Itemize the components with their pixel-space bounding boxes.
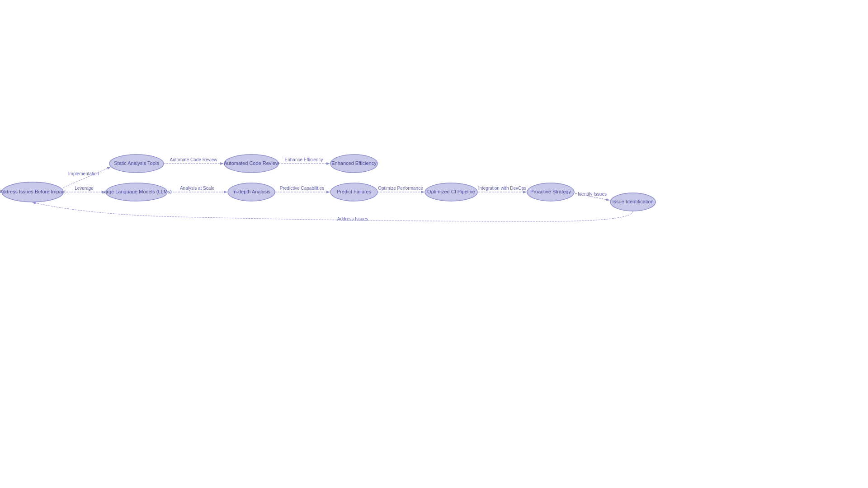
node-static-analysis-label: Static Analysis Tools xyxy=(114,160,159,166)
node-main-label: Address Issues Before Impact xyxy=(0,189,66,194)
edge-label-optimize-performance: Optimize Performance xyxy=(378,186,423,191)
node-optimized-ci-pipeline-label: Optimized CI Pipeline xyxy=(427,189,475,194)
diagram-canvas: Implementation Automate Code Review Enha… xyxy=(0,0,868,488)
node-proactive-strategy-label: Proactive Strategy xyxy=(530,189,571,194)
node-predict-failures-label: Predict Failures xyxy=(337,189,372,194)
edge-label-leverage: Leverage xyxy=(75,186,94,191)
diagram-svg: Implementation Automate Code Review Enha… xyxy=(0,0,868,488)
node-indepth-analysis-label: In-depth Analysis xyxy=(232,189,270,194)
edge-label-integration-devops: Integration with DevOps xyxy=(478,186,527,191)
node-enhanced-efficiency-label: Enhanced Efficiency xyxy=(331,160,377,166)
edge-label-predictive-capabilities: Predictive Capabilities xyxy=(280,186,324,191)
edge-label-enhance-efficiency: Enhance Efficiency xyxy=(285,157,323,162)
edge-implementation xyxy=(63,167,110,188)
node-issue-identification-label: Issue Identification xyxy=(612,199,653,204)
node-automated-code-review-label: Automated Code Review xyxy=(224,160,279,166)
edge-label-address-issues: Address Issues xyxy=(337,216,368,221)
edge-address-issues xyxy=(33,202,633,221)
edge-label-implementation: Implementation xyxy=(68,171,99,176)
edge-label-identify-issues: Identify Issues xyxy=(578,192,607,197)
edge-label-analysis-at-scale: Analysis at Scale xyxy=(180,186,215,191)
edge-label-automate-code-review: Automate Code Review xyxy=(170,157,217,162)
node-llm-label: Large Language Models (LLMs) xyxy=(101,189,172,194)
